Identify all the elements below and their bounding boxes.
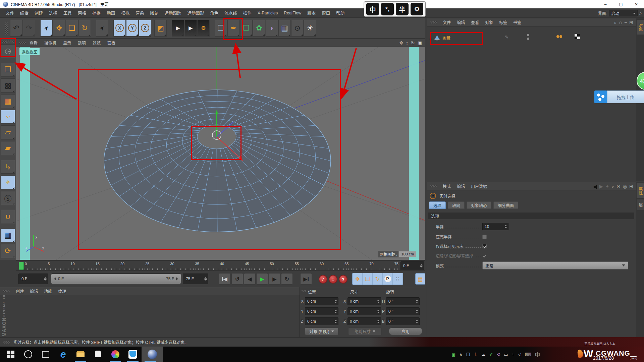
cortana-button[interactable]	[19, 347, 37, 362]
menu-item[interactable]: 文件	[3, 10, 17, 16]
menu-item[interactable]: 流水线	[221, 10, 240, 16]
record-position-icon[interactable]: ✥	[353, 273, 363, 285]
options-section-header[interactable]: 选项	[428, 213, 634, 219]
snip-tool-icon[interactable]: ❏	[466, 352, 470, 357]
slider-right-arrow-icon[interactable]	[176, 277, 178, 281]
security-icon[interactable]: ✔	[489, 352, 493, 357]
points-mode-icon[interactable]: ⁘	[1, 110, 15, 124]
material-menu-item[interactable]: 纹理	[55, 288, 69, 294]
model-mode-icon[interactable]: ❒	[1, 63, 15, 77]
tab-subdivision[interactable]: 细分曲面	[493, 201, 518, 209]
menu-item[interactable]: 工具	[60, 10, 75, 16]
rotation-field[interactable]: 0 °	[386, 297, 420, 305]
panel-grip[interactable]	[302, 290, 306, 292]
texture-mode-icon[interactable]: ▩	[1, 78, 15, 93]
play-backward-button[interactable]: ↺	[231, 273, 243, 285]
viewport-menu-item[interactable]: 摄像机	[41, 40, 60, 46]
viewport-menu-item[interactable]: 选项	[74, 40, 89, 46]
live-selection-icon[interactable]: ➤	[40, 20, 53, 37]
rotation-field[interactable]: 0 °	[386, 317, 420, 325]
menu-item[interactable]: 选择	[46, 10, 60, 16]
toolbar-grip[interactable]	[5, 22, 8, 35]
back-arrow-icon[interactable]: ◀	[593, 183, 597, 190]
minimize-button[interactable]: –	[598, 0, 613, 8]
selection-tag-icon[interactable]	[556, 34, 563, 40]
workplane-mode-icon[interactable]: ▦	[1, 94, 15, 108]
viewport-menu-item[interactable]: 面板	[104, 40, 119, 46]
file-explorer-icon[interactable]	[72, 347, 89, 362]
store-icon[interactable]	[89, 347, 107, 362]
slider-left-arrow-icon[interactable]	[54, 277, 56, 281]
redo-icon[interactable]: ↷	[23, 20, 35, 37]
current-frame-field[interactable]: 0 F	[400, 261, 424, 270]
undo-icon[interactable]: ↶	[10, 20, 22, 37]
tab-objects[interactable]: 对象	[637, 20, 644, 35]
attribute-menu-item[interactable]: 模式	[440, 183, 454, 189]
close-button[interactable]: ✕	[629, 0, 644, 8]
maximize-button[interactable]: ▢	[613, 0, 629, 8]
usb-icon[interactable]: ⇩	[474, 352, 477, 357]
tab-object-axis[interactable]: 对象轴心	[467, 201, 491, 209]
battery-icon[interactable]: ▭	[504, 352, 508, 357]
panel-grip[interactable]	[19, 42, 26, 44]
playhead[interactable]	[19, 262, 24, 270]
material-menu-item[interactable]: 编辑	[27, 288, 41, 294]
zoom-view-icon[interactable]: ↕	[406, 40, 408, 46]
cloud-app-icon[interactable]	[124, 347, 142, 362]
viewport-menu-item[interactable]: 过滤	[89, 40, 104, 46]
compare-icon[interactable]: ✦	[605, 184, 609, 189]
new-panel-icon[interactable]: ⊞	[629, 20, 633, 25]
loop-button[interactable]: ↻	[281, 273, 293, 285]
new-panel-icon[interactable]: ⊞	[629, 184, 633, 189]
material-menu-item[interactable]: 创建	[13, 288, 27, 294]
view-label[interactable]: 透视视图	[19, 48, 40, 55]
forward-arrow-icon[interactable]: ▶	[599, 184, 603, 189]
render-view-icon[interactable]: ▶	[172, 20, 184, 37]
enable-snap-icon[interactable]: ∪	[1, 210, 15, 224]
tolerance-checkbox[interactable]	[482, 253, 487, 258]
menu-item[interactable]: 插件	[240, 10, 255, 16]
panel-grip[interactable]	[3, 290, 10, 292]
object-menu-item[interactable]: 文件	[440, 19, 454, 25]
play-button[interactable]: ▶	[256, 273, 268, 285]
home-icon[interactable]: ⌂	[619, 20, 622, 25]
menu-item[interactable]: 窗口	[319, 10, 333, 16]
record-parameter-icon[interactable]: P	[383, 273, 393, 285]
search-icon[interactable]: ⌕	[614, 20, 617, 25]
size-field[interactable]: 0 cm	[347, 317, 381, 325]
workplane-rotate-icon[interactable]: ⟳	[1, 244, 15, 258]
attribute-menu-item[interactable]: 用户数据	[468, 183, 490, 189]
ime-chinese-button[interactable]: 中	[366, 3, 379, 15]
coord-system-icon[interactable]: ◩	[154, 20, 167, 37]
menu-item[interactable]: 运动跟踪	[161, 10, 184, 16]
lock-z-icon[interactable]: Z	[139, 20, 151, 37]
object-menu-item[interactable]: 查看	[468, 19, 482, 25]
visible-only-checkbox[interactable]	[482, 244, 487, 248]
record-rotation-icon[interactable]: ↻	[373, 273, 383, 285]
menu-item[interactable]: 捕捉	[89, 10, 104, 16]
edges-mode-icon[interactable]: ▱	[1, 125, 15, 139]
menu-item[interactable]: 脚本	[304, 10, 319, 16]
snap-settings-icon[interactable]: Ⓢ	[1, 191, 15, 205]
pressure-radius-checkbox[interactable]	[482, 235, 487, 239]
menu-item[interactable]: X-Particles	[255, 11, 281, 15]
deformer-icon[interactable]: ◗	[266, 20, 278, 37]
object-menu-item[interactable]: 标签	[496, 19, 510, 25]
record-scale-icon[interactable]: ❏	[363, 273, 373, 285]
scale-icon[interactable]: ❏	[66, 20, 78, 37]
frame-range-slider[interactable]: 0 F 75 F	[51, 274, 181, 284]
start-button[interactable]	[2, 347, 19, 362]
polygons-mode-icon[interactable]: ▰	[1, 141, 15, 155]
move-icon[interactable]: ✥	[53, 20, 65, 37]
lock-icon[interactable]: ⊠	[616, 184, 621, 189]
panel-grip[interactable]	[430, 185, 437, 187]
pan-view-icon[interactable]: ✥	[399, 40, 403, 46]
menu-item[interactable]: 角色	[207, 10, 221, 16]
autokey-button[interactable]: ◌	[329, 275, 337, 284]
tab-layers[interactable]: 层	[637, 199, 644, 210]
keyframe-selection-icon[interactable]: ▤	[415, 273, 425, 285]
next-frame-button[interactable]: ▶	[269, 273, 280, 285]
lock-x-icon[interactable]: X	[113, 20, 126, 37]
last-tool-icon[interactable]: ➤	[96, 20, 108, 37]
menu-item[interactable]: 运动图形	[184, 10, 207, 16]
